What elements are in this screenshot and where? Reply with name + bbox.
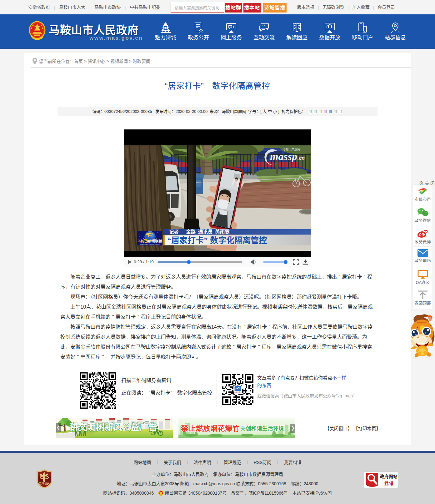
svg-text:党政机关: 党政机关 xyxy=(39,482,50,485)
svg-text:“居家打卡” 数字化隔离管控: “居家打卡” 数字化隔离管控 xyxy=(167,236,267,245)
svg-text:讲文明树新风公益广告: 讲文明树新风公益广告 xyxy=(69,422,157,432)
svg-text:共创和谐生活环境: 共创和谐生活环境 xyxy=(240,425,284,431)
svg-text:massp: massp xyxy=(270,151,297,162)
svg-text:禁止燃放烟花爆竹: 禁止燃放烟花爆竹 xyxy=(181,424,240,432)
svg-text:MA ANSHAN XINWEN LIANBO: MA ANSHAN XINWEN LIANBO xyxy=(140,244,160,245)
svg-text:记者 金路 通讯员 芮雨雯: 记者 金路 通讯员 芮雨雯 xyxy=(169,229,230,234)
svg-text:马鞍山新闻联播: 马鞍山新闻联播 xyxy=(137,239,162,243)
svg-text:.cn: .cn xyxy=(298,155,305,161)
svg-text:找错: 找错 xyxy=(384,481,394,486)
svg-text:中国·马鞍山: 中国·马鞍山 xyxy=(234,391,241,393)
svg-text:政府网站: 政府网站 xyxy=(380,474,398,479)
